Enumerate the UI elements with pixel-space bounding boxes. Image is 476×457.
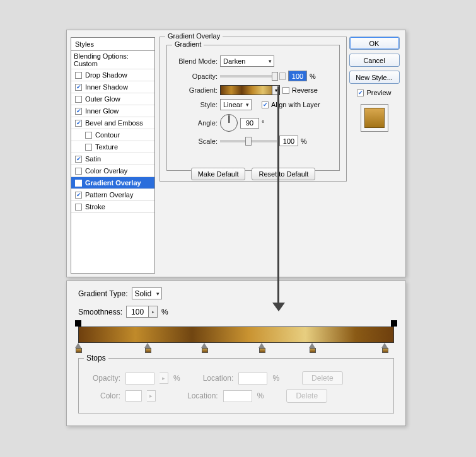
style-checkbox[interactable] xyxy=(75,204,82,211)
align-label: Align with Layer xyxy=(271,101,320,108)
style-item-outer-glow[interactable]: Outer Glow xyxy=(71,93,154,105)
stop-opacity-stepper-icon: ▸ xyxy=(160,373,168,384)
gradient-overlay-title: Gradient Overlay xyxy=(165,32,223,40)
style-label: Inner Shadow xyxy=(85,83,128,91)
gradient-bar[interactable] xyxy=(78,327,394,343)
reverse-checkbox[interactable] xyxy=(282,87,289,94)
opacity-value[interactable]: 100 xyxy=(288,71,307,81)
style-checkbox[interactable] xyxy=(75,84,82,91)
style-item-contour[interactable]: Contour xyxy=(71,129,154,141)
style-item-gradient-overlay[interactable]: Gradient Overlay xyxy=(71,177,154,189)
style-checkbox[interactable] xyxy=(75,72,82,79)
angle-dial[interactable] xyxy=(220,114,238,132)
style-checkbox[interactable] xyxy=(75,156,82,163)
stops-fieldset: Stops Opacity: ▸ % Location: % Delete Co… xyxy=(78,358,394,414)
gradient-type-select[interactable]: Solid xyxy=(132,287,162,299)
style-checkbox[interactable] xyxy=(75,108,82,115)
angle-label: Angle: xyxy=(172,119,218,127)
gradient-editor-dialog: Gradient Type: Solid Smoothness: 100 ▸ %… xyxy=(66,281,406,426)
scale-label: Scale: xyxy=(172,137,218,145)
percent-label-4: % xyxy=(173,374,180,383)
color-stop[interactable] xyxy=(258,343,265,348)
style-checkbox[interactable] xyxy=(75,180,82,187)
stop-color-swatch xyxy=(125,390,142,402)
styles-header: Styles xyxy=(71,38,154,51)
percent-label: % xyxy=(310,72,316,80)
blending-options-row[interactable]: Blending Options: Custom xyxy=(71,51,154,69)
degree-label: ° xyxy=(262,119,264,127)
style-item-drop-shadow[interactable]: Drop Shadow xyxy=(71,69,154,81)
percent-label-5: % xyxy=(272,374,279,383)
style-checkbox[interactable] xyxy=(75,168,82,175)
lock-icon xyxy=(279,72,286,80)
preview-checkbox[interactable] xyxy=(357,90,364,96)
style-label: Bevel and Emboss xyxy=(85,119,143,127)
scale-slider[interactable] xyxy=(220,140,277,142)
percent-label-6: % xyxy=(257,391,264,400)
reset-default-button[interactable]: Reset to Default xyxy=(252,168,315,180)
delete-opacity-stop-button: Delete xyxy=(302,371,343,385)
style-item-inner-shadow[interactable]: Inner Shadow xyxy=(71,81,154,93)
percent-label-2: % xyxy=(301,137,307,145)
color-stop[interactable] xyxy=(201,343,207,348)
style-item-satin[interactable]: Satin xyxy=(71,153,154,165)
align-checkbox[interactable] xyxy=(262,101,269,108)
style-label: Inner Glow xyxy=(85,107,119,115)
style-item-inner-glow[interactable]: Inner Glow xyxy=(71,105,154,117)
smoothness-stepper[interactable]: 100 ▸ xyxy=(126,306,158,318)
blend-mode-select[interactable]: Darken xyxy=(220,55,274,67)
delete-color-stop-button: Delete xyxy=(286,389,327,403)
style-select[interactable]: Linear xyxy=(220,99,252,110)
style-label: Gradient Overlay xyxy=(85,179,141,187)
gradient-ramp xyxy=(78,320,394,352)
scale-value[interactable]: 100 xyxy=(279,136,298,146)
style-label: Texture xyxy=(95,143,118,151)
gradient-swatch[interactable]: ▾ xyxy=(220,85,280,95)
style-item-bevel-and-emboss[interactable]: Bevel and Emboss xyxy=(71,117,154,129)
styles-panel: Styles Blending Options: Custom Drop Sha… xyxy=(71,37,155,274)
blend-mode-label: Blend Mode: xyxy=(172,57,218,65)
style-item-stroke[interactable]: Stroke xyxy=(71,201,154,213)
layer-style-dialog: Styles Blending Options: Custom Drop Sha… xyxy=(66,30,406,277)
smoothness-label: Smoothness: xyxy=(78,308,122,316)
style-checkbox[interactable] xyxy=(75,96,82,103)
ok-button[interactable]: OK xyxy=(349,37,400,50)
opacity-label: Opacity: xyxy=(172,72,218,80)
style-checkbox[interactable] xyxy=(85,144,92,151)
make-default-button[interactable]: Make Default xyxy=(191,168,246,180)
preview-label: Preview xyxy=(366,89,391,96)
stop-color-label: Color: xyxy=(85,391,120,400)
stop-opacity-input xyxy=(125,373,154,385)
style-label: Pattern Overlay xyxy=(85,191,133,199)
opacity-stop[interactable] xyxy=(75,320,81,327)
gradient-label: Gradient: xyxy=(172,86,218,94)
angle-value[interactable]: 90 xyxy=(240,118,259,129)
style-label: Style: xyxy=(172,101,218,108)
dialog-buttons-panel: OK Cancel New Style... Preview xyxy=(347,37,401,132)
gradient-subsection-title: Gradient xyxy=(172,40,204,48)
style-checkbox[interactable] xyxy=(75,120,82,127)
color-stop[interactable] xyxy=(381,343,388,348)
style-checkbox[interactable] xyxy=(85,132,92,139)
style-item-texture[interactable]: Texture xyxy=(71,141,154,153)
opacity-stop[interactable] xyxy=(391,320,397,327)
cancel-button[interactable]: Cancel xyxy=(349,54,400,67)
style-checkbox[interactable] xyxy=(75,192,82,199)
stop-location-label: Location: xyxy=(203,374,234,383)
percent-label-3: % xyxy=(161,308,168,316)
style-item-pattern-overlay[interactable]: Pattern Overlay xyxy=(71,189,154,201)
gradient-type-label: Gradient Type: xyxy=(78,289,128,298)
stop-location-label-2: Location: xyxy=(187,391,218,400)
color-stop[interactable] xyxy=(75,343,81,348)
color-stop[interactable] xyxy=(144,343,151,348)
reverse-label: Reverse xyxy=(292,86,318,94)
color-stop[interactable] xyxy=(309,343,315,348)
stop-opacity-label: Opacity: xyxy=(85,374,120,383)
gradient-dropdown-icon[interactable]: ▾ xyxy=(272,85,280,95)
new-style-button[interactable]: New Style... xyxy=(349,71,400,84)
gradient-overlay-pane: Gradient Overlay Gradient Blend Mode: Da… xyxy=(160,37,347,273)
preview-thumbnail xyxy=(361,104,388,132)
style-label: Satin xyxy=(85,155,101,163)
style-item-color-overlay[interactable]: Color Overlay xyxy=(71,165,154,177)
opacity-slider[interactable] xyxy=(220,75,277,78)
